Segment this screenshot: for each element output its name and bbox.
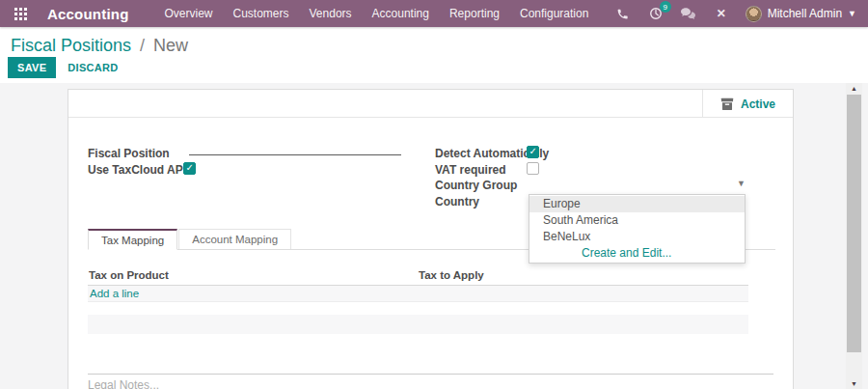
scrollbar-thumb[interactable] xyxy=(847,95,861,352)
discard-button[interactable]: DISCARD xyxy=(68,62,118,73)
use-taxcloud-checkbox[interactable] xyxy=(183,162,196,175)
country-group-select[interactable]: ▼ xyxy=(527,177,746,191)
tab-tax-mapping[interactable]: Tax Mapping xyxy=(88,229,177,250)
sheet-header: Active xyxy=(68,90,793,118)
table-stripe-row xyxy=(88,315,748,334)
activities-clock-icon[interactable]: 9 xyxy=(647,5,665,22)
fiscal-position-label: Fiscal Position xyxy=(88,147,170,160)
top-navbar: Accounting Overview Customers Vendors Ac… xyxy=(0,0,868,27)
country-label: Country xyxy=(435,195,479,208)
legal-notes-input[interactable]: Legal Notes... xyxy=(88,378,159,389)
content-area: Active Fiscal Position Use TaxCloud API … xyxy=(0,83,868,389)
vertical-scrollbar[interactable]: ▲ ▼ xyxy=(846,83,862,389)
scroll-up-icon[interactable]: ▲ xyxy=(846,83,862,94)
dropdown-option-europe[interactable]: Europe xyxy=(529,196,745,212)
menu-item-overview[interactable]: Overview xyxy=(165,7,213,20)
detect-automatically-checkbox[interactable] xyxy=(527,146,539,158)
breadcrumb: Fiscal Positions / New xyxy=(11,36,188,56)
fiscal-position-input[interactable] xyxy=(189,142,401,155)
phone-icon[interactable] xyxy=(614,5,632,22)
col-tax-on-product: Tax on Product xyxy=(88,269,419,281)
navbar-right: 9 ✕ Mitchell Admin ▼ xyxy=(614,5,868,22)
form-sheet: Active Fiscal Position Use TaxCloud API … xyxy=(68,89,794,389)
main-menu: Overview Customers Vendors Accounting Re… xyxy=(165,7,589,20)
dropdown-create-and-edit[interactable]: Create and Edit... xyxy=(529,245,745,262)
country-group-label: Country Group xyxy=(435,179,517,192)
user-avatar xyxy=(746,6,762,22)
tab-account-mapping[interactable]: Account Mapping xyxy=(178,229,291,249)
user-menu[interactable]: Mitchell Admin ▼ xyxy=(746,6,856,22)
control-panel: Fiscal Positions / New SAVE DISCARD xyxy=(0,27,868,83)
messages-icon[interactable] xyxy=(680,5,697,22)
menu-item-accounting[interactable]: Accounting xyxy=(372,7,429,20)
archive-box-icon xyxy=(720,97,734,110)
country-group-dropdown: Europe South America BeNeLux Create and … xyxy=(529,194,746,264)
select-caret-icon: ▼ xyxy=(737,179,746,188)
menu-item-reporting[interactable]: Reporting xyxy=(449,7,500,20)
add-line-row[interactable]: Add a line xyxy=(88,286,748,302)
table-header-row: Tax on Product Tax to Apply xyxy=(88,269,748,286)
app-name[interactable]: Accounting xyxy=(47,6,129,22)
active-toggle-button[interactable]: Active xyxy=(702,90,793,118)
breadcrumb-fiscal-positions[interactable]: Fiscal Positions xyxy=(11,36,131,55)
add-a-line-link[interactable]: Add a line xyxy=(88,288,139,299)
dropdown-option-benelux[interactable]: BeNeLux xyxy=(529,229,745,245)
chevron-down-icon: ▼ xyxy=(848,9,856,18)
save-button[interactable]: SAVE xyxy=(8,57,56,78)
scroll-down-icon[interactable]: ▼ xyxy=(846,378,862,389)
col-tax-to-apply: Tax to Apply xyxy=(419,269,484,281)
active-button-label: Active xyxy=(741,97,775,111)
tax-mapping-table: Tax on Product Tax to Apply Add a line xyxy=(88,269,748,334)
legal-notes-divider xyxy=(88,374,773,375)
vat-required-checkbox[interactable] xyxy=(527,162,539,175)
menu-item-customers[interactable]: Customers xyxy=(233,7,289,20)
breadcrumb-separator: / xyxy=(140,36,145,55)
breadcrumb-current: New xyxy=(153,36,188,55)
table-empty-row xyxy=(88,302,748,315)
close-session-icon[interactable]: ✕ xyxy=(713,5,730,22)
menu-item-vendors[interactable]: Vendors xyxy=(310,7,352,20)
activity-count-badge: 9 xyxy=(660,1,671,13)
accounting-app-screen: Accounting Overview Customers Vendors Ac… xyxy=(0,0,868,389)
menu-item-configuration[interactable]: Configuration xyxy=(520,7,588,20)
dropdown-option-south-america[interactable]: South America xyxy=(529,212,745,229)
form-action-buttons: SAVE DISCARD xyxy=(8,57,119,78)
vat-required-label: VAT required xyxy=(435,163,506,177)
use-taxcloud-label: Use TaxCloud API xyxy=(88,163,186,177)
apps-grid-icon[interactable] xyxy=(10,3,31,24)
user-name: Mitchell Admin xyxy=(768,7,842,20)
